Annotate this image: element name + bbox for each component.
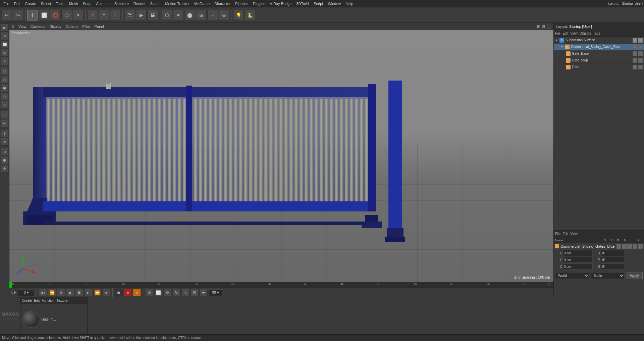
auto-record-button[interactable]: ● [124, 289, 132, 296]
python-button[interactable]: 🐍 [245, 10, 255, 20]
world-dropdown[interactable]: World [555, 272, 589, 279]
viewport-menu-icon[interactable]: ☰ [11, 25, 14, 28]
menu-render[interactable]: Render [131, 1, 148, 6]
pen-tool-button[interactable]: ✒ [173, 10, 184, 20]
attr-vis-4[interactable]: □ [633, 244, 637, 249]
mat-create-btn[interactable]: Create [22, 299, 32, 302]
goto-end-button[interactable]: ⏭ [102, 289, 110, 296]
sidebar-tool-9[interactable]: ⬡ [1, 92, 9, 100]
select-circle-button[interactable]: ⭕ [50, 10, 61, 20]
sidebar-tool-10[interactable]: ⊞ [1, 101, 9, 109]
scene-edit-btn[interactable]: Edit [562, 32, 568, 35]
tree-vis-1[interactable]: ✓ [633, 38, 637, 43]
tree-vis-gate-only-1[interactable]: □ [633, 65, 637, 69]
3d-viewport[interactable]: Y X Z Grid Spacing : 100 cm [9, 30, 553, 282]
snap-to-grid-button[interactable]: ⊞ [196, 10, 207, 20]
sidebar-tool-8[interactable]: ⬢ [1, 84, 9, 92]
axis-x-button[interactable]: X [87, 10, 98, 20]
sidebar-tool-14[interactable]: ⌀ [1, 138, 9, 146]
light-button[interactable]: 💡 [233, 10, 244, 20]
frame-current-input[interactable] [18, 289, 35, 296]
goto-start-button[interactable]: ⏮ [39, 289, 47, 296]
tree-item-gate-stop[interactable]: ⬡ Gate_Stop □ □ [554, 57, 644, 64]
menu-script[interactable]: Script [312, 1, 325, 6]
menu-mesh[interactable]: Mesh [67, 1, 80, 6]
viewport-view-btn[interactable]: View [18, 25, 26, 29]
menu-tools[interactable]: Tools [54, 1, 66, 6]
render-frame-button[interactable]: 📽 [147, 10, 158, 20]
viewport-cameras-btn[interactable]: Cameras [31, 25, 46, 29]
viewport-filter-btn[interactable]: Filter [82, 25, 90, 29]
b-rot-input[interactable]: 0° [601, 263, 624, 270]
prev-frame-button[interactable]: ⏪ [48, 289, 56, 296]
menu-edit[interactable]: Edit [12, 1, 22, 6]
scale-dropdown[interactable]: Scale [591, 272, 625, 279]
viewport-panel-btn[interactable]: Panel [95, 25, 104, 29]
axis-y-button[interactable]: Y [99, 10, 109, 20]
menu-create[interactable]: Create [23, 1, 38, 6]
knife-tool-button[interactable]: ⌐ [207, 10, 218, 20]
sidebar-tool-5[interactable]: ✛ [1, 57, 9, 65]
sidebar-tool-3[interactable]: ⬜ [1, 40, 9, 48]
undo-button[interactable]: ↩ [1, 10, 12, 20]
mat-function-btn[interactable]: Function [42, 299, 54, 302]
attr-vis-2[interactable]: □ [622, 244, 627, 249]
attr-vis-3[interactable]: □ [627, 244, 632, 249]
coord-mode-button[interactable]: ⊕ [145, 289, 153, 296]
menu-plugins[interactable]: Plugins [251, 1, 267, 6]
menu-window[interactable]: Window [326, 1, 343, 6]
prev-key-button[interactable]: ⏴ [57, 289, 65, 296]
render-clapper-button[interactable]: 🎬 [124, 10, 135, 20]
scene-tags-btn[interactable]: Tags [593, 32, 600, 35]
h-rot-input[interactable]: 0° [601, 250, 624, 256]
select-poly-button[interactable]: ⬡ [61, 10, 72, 20]
tree-vis-gate-1[interactable]: □ [633, 45, 637, 49]
tree-vis-base-2[interactable]: □ [638, 51, 643, 56]
menu-pipeline[interactable]: Pipeline [233, 1, 250, 6]
redo-button[interactable]: ↪ [13, 10, 23, 20]
tree-vis-2[interactable]: ✓ [638, 38, 643, 43]
menu-help[interactable]: Help [344, 1, 356, 6]
scene-view-btn[interactable]: View [570, 32, 578, 35]
sidebar-tool-7[interactable]: ⬡ [1, 76, 9, 84]
tree-vis-stop-1[interactable]: □ [633, 58, 637, 63]
tree-vis-stop-2[interactable]: □ [638, 58, 643, 63]
tree-item-gate-base[interactable]: ⬡ Gate_Base □ □ [554, 50, 644, 57]
menu-3dtoall[interactable]: 3DToAll [294, 1, 311, 6]
viewport-display-btn[interactable]: Display [49, 25, 61, 29]
live-select-button[interactable]: ✦ [73, 10, 84, 20]
attr-file-btn[interactable]: File [555, 232, 560, 236]
viewport-toggle-2[interactable]: ⊠ [542, 24, 545, 29]
attr-view-btn[interactable]: View [570, 232, 578, 236]
magnet-button[interactable]: ⊕ [219, 10, 229, 20]
sidebar-tool-17[interactable]: ⚙ [1, 164, 9, 173]
sidebar-tool-6[interactable]: ⬡ [1, 67, 9, 75]
material-preview-ball[interactable] [22, 311, 39, 328]
menu-character[interactable]: Character [212, 1, 232, 6]
mat-texture-btn[interactable]: Texture [57, 299, 68, 302]
sidebar-tool-11[interactable]: ⌐ [1, 111, 9, 119]
move-mode-button[interactable]: ✛ [163, 289, 171, 296]
tree-item-subdivision[interactable]: ▼ S Subdivision Surface ✓ ✓ [554, 37, 644, 44]
axis-z-button[interactable]: Z [110, 10, 121, 20]
menu-mograph[interactable]: MoGraph [192, 1, 212, 6]
render-play-button[interactable]: ▶ [136, 10, 147, 20]
menu-motion-tracker[interactable]: Motion Tracker [163, 1, 192, 6]
tree-vis-gate-only-2[interactable]: □ [638, 65, 643, 69]
menu-animate[interactable]: Animate [94, 1, 112, 6]
sidebar-tool-12[interactable]: ⊢ [1, 119, 9, 127]
play-button[interactable]: ▶ [66, 289, 74, 296]
menu-sculpt[interactable]: Sculpt [148, 1, 163, 6]
stop-button[interactable]: ⏹ [75, 289, 83, 296]
select-rect-button[interactable]: ⬜ [39, 10, 49, 20]
viewport-toggle-1[interactable]: ⊞ [537, 24, 540, 29]
p-rot-input[interactable]: 0° [601, 257, 624, 263]
next-frame-button[interactable]: ⏩ [93, 289, 101, 296]
tree-vis-base-1[interactable]: □ [633, 51, 637, 56]
frame-end-input[interactable] [209, 289, 222, 296]
mat-edit-btn[interactable]: Edit [34, 299, 40, 302]
camera-mode-button[interactable]: ⊞ [191, 289, 199, 296]
z-pos-input[interactable]: 0 cm [562, 263, 593, 270]
scene-objects-btn[interactable]: Objects [580, 32, 591, 35]
menu-vray[interactable]: V-Ray Bridge [268, 1, 294, 6]
